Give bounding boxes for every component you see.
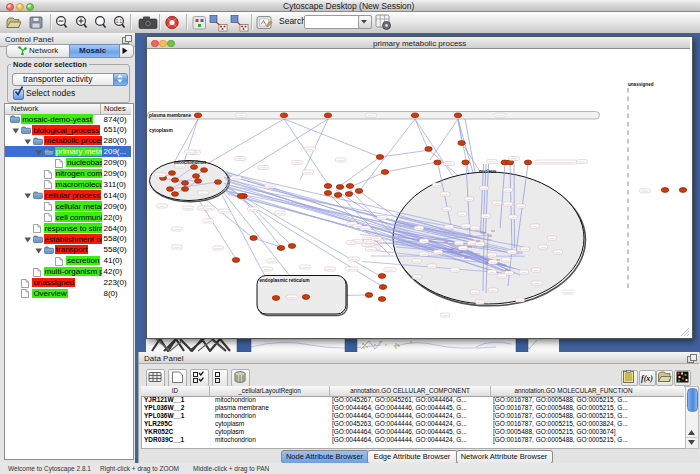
svg-text:plasma membrane: plasma membrane: [149, 113, 191, 118]
svg-text:endoplasmic reticulum: endoplasmic reticulum: [260, 278, 310, 283]
svg-text:f(x): f(x): [641, 374, 653, 383]
svg-text:1:1: 1:1: [116, 19, 123, 24]
svg-text:unassigned: unassigned: [628, 82, 654, 87]
svg-text:cytoplasm: cytoplasm: [149, 128, 173, 133]
